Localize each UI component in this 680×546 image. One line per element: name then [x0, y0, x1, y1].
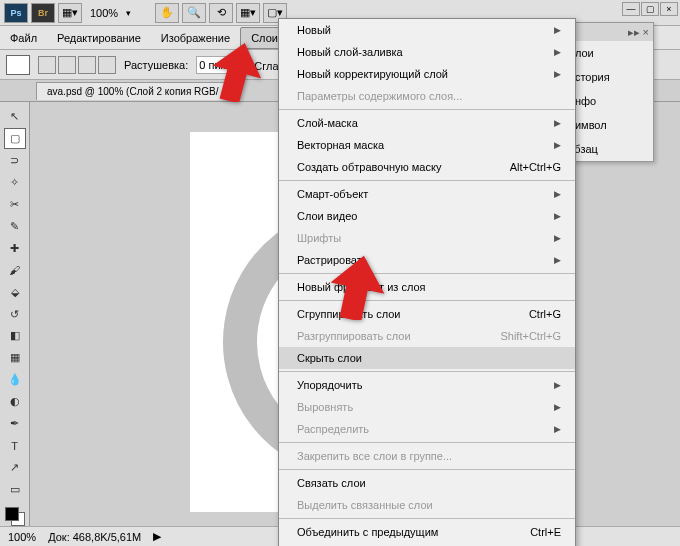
submenu-arrow-icon: ▶ — [554, 255, 561, 265]
submenu-arrow-icon: ▶ — [554, 380, 561, 390]
status-zoom[interactable]: 100% — [8, 531, 36, 543]
antialias-checkbox[interactable]: Сгла — [238, 57, 278, 72]
submenu-arrow-icon: ▶ — [554, 211, 561, 221]
mi-mask[interactable]: Слой-маска▶ — [279, 112, 575, 134]
mi-content-opts: Параметры содержимого слоя... — [279, 85, 575, 107]
submenu-arrow-icon: ▶ — [554, 69, 561, 79]
arrange-docs-icon[interactable]: ▦▾ — [236, 3, 260, 23]
status-doc: Док: 468,8K/5,61M — [48, 531, 141, 543]
shortcut: Alt+Ctrl+G — [510, 161, 561, 173]
mi-select-linked: Выделить связанные слои — [279, 494, 575, 516]
mi-type: Шрифты▶ — [279, 227, 575, 249]
lasso-tool-icon[interactable]: ⊃ — [4, 150, 26, 171]
eraser-tool-icon[interactable]: ◧ — [4, 325, 26, 346]
bridge-icon[interactable]: Br — [31, 3, 55, 23]
submenu-arrow-icon: ▶ — [554, 140, 561, 150]
mi-distribute: Распределить▶ — [279, 418, 575, 440]
mi-vector-mask[interactable]: Векторная маска▶ — [279, 134, 575, 156]
mi-smart-obj[interactable]: Смарт-объект▶ — [279, 183, 575, 205]
mi-video[interactable]: Слои видео▶ — [279, 205, 575, 227]
menu-file[interactable]: Файл — [0, 28, 47, 48]
mi-new-adjust[interactable]: Новый корректирующий слой▶ — [279, 63, 575, 85]
heal-tool-icon[interactable]: ✚ — [4, 238, 26, 259]
blur-tool-icon[interactable]: 💧 — [4, 369, 26, 390]
submenu-arrow-icon: ▶ — [554, 424, 561, 434]
panel-close-icon[interactable]: × — [643, 26, 649, 38]
shortcut: Ctrl+E — [530, 526, 561, 538]
submenu-arrow-icon: ▶ — [554, 47, 561, 57]
close-icon[interactable]: × — [660, 2, 678, 16]
mi-clipping-mask[interactable]: Создать обтравочную маскуAlt+Ctrl+G — [279, 156, 575, 178]
submenu-arrow-icon: ▶ — [554, 402, 561, 412]
hand-tool-icon[interactable]: ✋ — [155, 3, 179, 23]
submenu-arrow-icon: ▶ — [554, 118, 561, 128]
move-tool-icon[interactable]: ↖ — [4, 106, 26, 127]
shape-tool-icon[interactable]: ▭ — [4, 479, 26, 500]
panel-collapse-icon[interactable]: ▸▸ — [628, 26, 640, 39]
mi-new-fill[interactable]: Новый слой-заливка▶ — [279, 41, 575, 63]
mi-group[interactable]: Сгруппировать слоиCtrl+G — [279, 303, 575, 325]
submenu-arrow-icon: ▶ — [554, 189, 561, 199]
maximize-icon[interactable]: ▢ — [641, 2, 659, 16]
brush-tool-icon[interactable]: 🖌 — [4, 260, 26, 281]
selection-new-icon[interactable] — [38, 56, 56, 74]
mi-hide[interactable]: Скрыть слои — [279, 347, 575, 369]
gradient-tool-icon[interactable]: ▦ — [4, 347, 26, 368]
shortcut: Shift+Ctrl+G — [500, 330, 561, 342]
pen-tool-icon[interactable]: ✒ — [4, 413, 26, 434]
doc-tab[interactable]: ava.psd @ 100% (Слой 2 копия RGB/ — [36, 82, 230, 100]
feather-input[interactable] — [196, 56, 230, 74]
dodge-tool-icon[interactable]: ◐ — [4, 391, 26, 412]
window-controls: — ▢ × — [622, 2, 678, 16]
feather-label: Растушевка: — [124, 59, 188, 71]
selection-intersect-icon[interactable] — [98, 56, 116, 74]
zoom-tool-icon[interactable]: 🔍 — [182, 3, 206, 23]
mi-ungroup: Разгруппировать слоиShift+Ctrl+G — [279, 325, 575, 347]
ps-logo-icon[interactable]: Ps — [4, 3, 28, 23]
fg-bg-swatch[interactable] — [5, 507, 25, 526]
menu-image[interactable]: Изображение — [151, 28, 240, 48]
mi-link[interactable]: Связать слои — [279, 472, 575, 494]
tool-palette: ↖ ▢ ⊃ ✧ ✂ ✎ ✚ 🖌 ⬙ ↺ ◧ ▦ 💧 ◐ ✒ T ↗ ▭ — [0, 102, 30, 526]
mi-arrange[interactable]: Упорядочить▶ — [279, 374, 575, 396]
selection-add-icon[interactable] — [58, 56, 76, 74]
menu-edit[interactable]: Редактирование — [47, 28, 151, 48]
shortcut: Ctrl+G — [529, 308, 561, 320]
rotate-view-icon[interactable]: ⟲ — [209, 3, 233, 23]
mi-merge-down[interactable]: Объединить с предыдущимCtrl+E — [279, 521, 575, 543]
mi-align: Выровнять▶ — [279, 396, 575, 418]
status-arrow-icon[interactable]: ▶ — [153, 530, 161, 543]
tool-preset-icon[interactable] — [6, 55, 30, 75]
submenu-arrow-icon: ▶ — [554, 233, 561, 243]
stamp-tool-icon[interactable]: ⬙ — [4, 282, 26, 303]
submenu-arrow-icon: ▶ — [554, 25, 561, 35]
selection-subtract-icon[interactable] — [78, 56, 96, 74]
wand-tool-icon[interactable]: ✧ — [4, 172, 26, 193]
crop-tool-icon[interactable]: ✂ — [4, 194, 26, 215]
minimize-icon[interactable]: — — [622, 2, 640, 16]
layer-dropdown-menu: Новый▶ Новый слой-заливка▶ Новый коррект… — [278, 18, 576, 546]
history-brush-icon[interactable]: ↺ — [4, 304, 26, 325]
mi-new-slice[interactable]: Новый фрагмент из слоя — [279, 276, 575, 298]
zoom-level[interactable]: 100% — [84, 7, 124, 19]
eyedropper-tool-icon[interactable]: ✎ — [4, 216, 26, 237]
path-tool-icon[interactable]: ↗ — [4, 457, 26, 478]
mi-lock-all: Закрепить все слои в группе... — [279, 445, 575, 467]
type-tool-icon[interactable]: T — [4, 435, 26, 456]
mi-raster[interactable]: Растрировать▶ — [279, 249, 575, 271]
mi-new[interactable]: Новый▶ — [279, 19, 575, 41]
marquee-tool-icon[interactable]: ▢ — [4, 128, 26, 149]
workspace-icon[interactable]: ▦▾ — [58, 3, 82, 23]
